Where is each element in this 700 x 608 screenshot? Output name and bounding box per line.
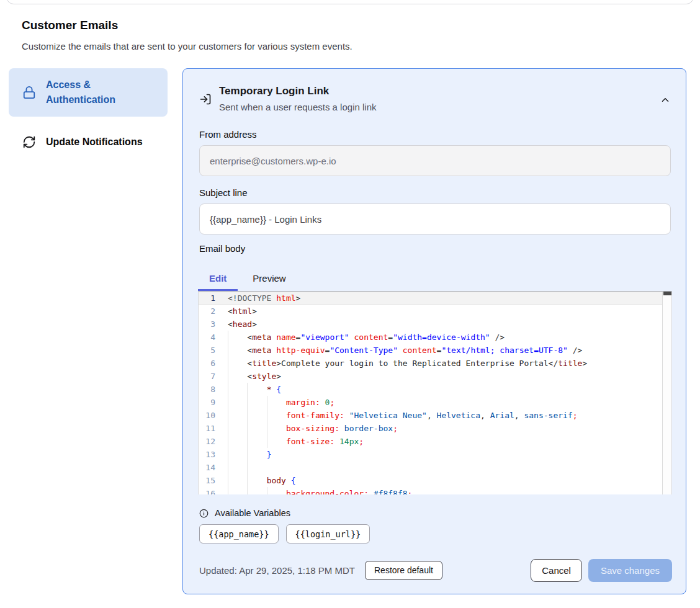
available-variables-row: Available Variables <box>199 508 290 518</box>
code-line[interactable]: 7 <style> <box>199 370 662 383</box>
code-line[interactable]: 10 font-family: "Helvetica Neue", Helvet… <box>199 409 662 422</box>
line-number: 5 <box>199 344 215 357</box>
sidebar-item-label: Access & Authentication <box>46 78 151 107</box>
from-address-field[interactable] <box>199 145 671 176</box>
line-number: 3 <box>199 318 215 331</box>
code-line[interactable]: 12 font-size: 14px; <box>199 435 662 448</box>
panel-title: Temporary Login Link <box>219 85 329 97</box>
code-text[interactable]: <head> <box>228 318 662 331</box>
line-number: 13 <box>199 448 215 461</box>
code-editor-lines: 1<!DOCTYPE html>2<html>3<head>4 <meta na… <box>199 292 662 494</box>
subject-line-field[interactable] <box>199 203 671 235</box>
code-line[interactable]: 1<!DOCTYPE html> <box>199 292 662 305</box>
sidebar-item-update-notifications[interactable]: Update Notifications <box>9 127 168 157</box>
available-variables-label: Available Variables <box>215 508 290 518</box>
code-line[interactable]: 3<head> <box>199 318 662 331</box>
page-subtitle: Customize the emails that are sent to yo… <box>22 41 352 51</box>
code-line[interactable]: 4 <meta name="viewport" content="width=d… <box>199 331 662 344</box>
code-line[interactable]: 15 body { <box>199 474 662 487</box>
tab-preview[interactable]: Preview <box>241 266 297 291</box>
code-text[interactable]: background-color: #f8f8f8; <box>228 487 662 494</box>
footer-action-buttons: Cancel Save changes <box>531 559 672 582</box>
tab-edit-label: Edit <box>209 273 227 284</box>
code-text[interactable]: box-sizing: border-box; <box>228 422 662 435</box>
line-number: 10 <box>199 409 215 422</box>
line-number: 7 <box>199 370 215 383</box>
code-text[interactable] <box>228 461 662 474</box>
line-number: 1 <box>199 292 215 305</box>
code-text[interactable]: * { <box>228 383 662 396</box>
code-line[interactable]: 6 <title>Complete your login to the Repl… <box>199 357 662 370</box>
code-line[interactable]: 13 } <box>199 448 662 461</box>
variable-chips: {{app_name}} {{login_url}} <box>199 524 370 543</box>
refresh-icon <box>22 135 36 149</box>
subject-line-label: Subject line <box>199 187 248 198</box>
code-text[interactable]: font-size: 14px; <box>228 435 662 448</box>
code-line[interactable]: 14 <box>199 461 662 474</box>
panel-footer: Updated: Apr 29, 2025, 1:18 PM MDT Resto… <box>199 558 672 582</box>
code-text[interactable]: margin: 0; <box>228 396 662 409</box>
code-text[interactable]: <meta name="viewport" content="width=dev… <box>228 331 662 344</box>
page-title: Customer Emails <box>22 19 118 32</box>
line-number: 11 <box>199 422 215 435</box>
code-text[interactable]: <html> <box>228 305 662 318</box>
code-text[interactable]: <!DOCTYPE html> <box>228 292 662 305</box>
tab-edit[interactable]: Edit <box>198 266 238 291</box>
lock-icon <box>22 86 36 99</box>
cancel-button[interactable]: Cancel <box>531 559 582 582</box>
code-text[interactable]: font-family: "Helvetica Neue", Helvetica… <box>228 409 662 422</box>
line-number: 2 <box>199 305 215 318</box>
email-body-tabs: Edit Preview <box>198 266 297 291</box>
previous-card-edge <box>6 0 694 4</box>
from-address-label: From address <box>199 129 257 140</box>
editor-scrollbar-track[interactable] <box>662 292 671 494</box>
editor-scrollbar-thumb[interactable] <box>663 292 671 295</box>
line-number: 9 <box>199 396 215 409</box>
sidebar-item-access-authentication[interactable]: Access & Authentication <box>9 68 168 117</box>
email-body-label: Email body <box>199 243 245 254</box>
line-number: 8 <box>199 383 215 396</box>
restore-default-button[interactable]: Restore default <box>365 561 442 580</box>
code-text[interactable]: <meta http-equiv="Content-Type" content=… <box>228 344 662 357</box>
updated-timestamp: Updated: Apr 29, 2025, 1:18 PM MDT <box>199 565 355 576</box>
code-line[interactable]: 5 <meta http-equiv="Content-Type" conten… <box>199 344 662 357</box>
code-line[interactable]: 11 box-sizing: border-box; <box>199 422 662 435</box>
info-icon <box>199 509 209 518</box>
line-number: 14 <box>199 461 215 474</box>
chevron-up-icon[interactable] <box>660 94 671 105</box>
line-number: 6 <box>199 357 215 370</box>
tab-preview-label: Preview <box>253 273 285 284</box>
email-settings-panel: Temporary Login Link Sent when a user re… <box>182 68 686 594</box>
code-text[interactable]: } <box>228 448 662 461</box>
variable-chip-login-url[interactable]: {{login_url}} <box>286 524 370 543</box>
code-editor[interactable]: 1<!DOCTYPE html>2<html>3<head>4 <meta na… <box>198 291 672 494</box>
log-in-icon <box>199 93 212 105</box>
code-line[interactable]: 9 margin: 0; <box>199 396 662 409</box>
code-text[interactable]: <title>Complete your login to the Replic… <box>228 357 662 370</box>
code-text[interactable]: body { <box>228 474 662 487</box>
line-number: 4 <box>199 331 215 344</box>
save-changes-button[interactable]: Save changes <box>588 559 672 582</box>
code-text[interactable]: <style> <box>228 370 662 383</box>
variable-chip-app-name[interactable]: {{app_name}} <box>199 524 279 543</box>
sidebar-item-label: Update Notifications <box>46 135 143 150</box>
line-number: 16 <box>199 487 215 494</box>
panel-subtitle: Sent when a user requests a login link <box>219 102 376 112</box>
code-line[interactable]: 16 background-color: #f8f8f8; <box>199 487 662 494</box>
code-line[interactable]: 2<html> <box>199 305 662 318</box>
line-number: 15 <box>199 474 215 487</box>
line-number: 12 <box>199 435 215 448</box>
code-line[interactable]: 8 * { <box>199 383 662 396</box>
